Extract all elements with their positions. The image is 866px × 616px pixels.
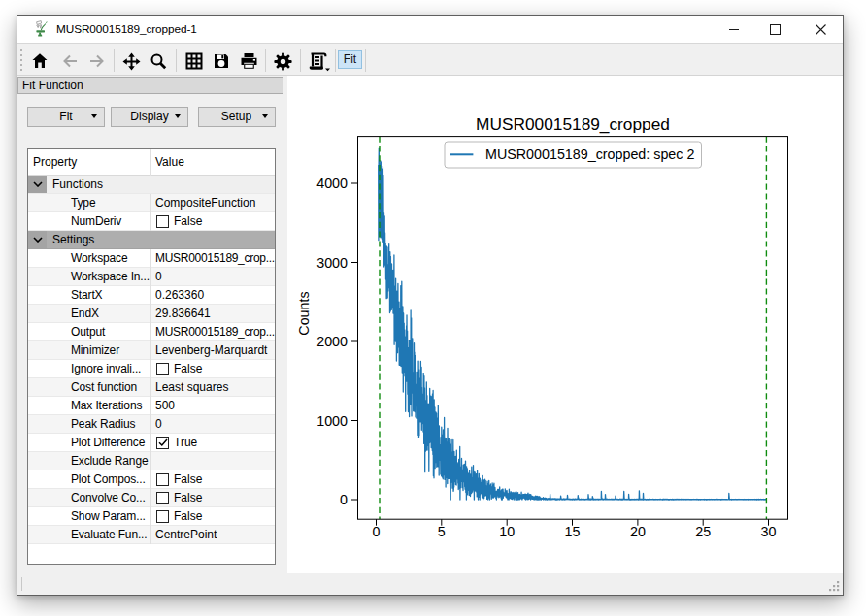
svg-text:2000: 2000 xyxy=(316,334,348,349)
svg-text:0: 0 xyxy=(373,524,381,539)
svg-text:3000: 3000 xyxy=(316,255,348,271)
svg-text:1000: 1000 xyxy=(316,413,348,429)
svg-text:30: 30 xyxy=(761,524,777,539)
svg-text:MUSR00015189_cropped: spec 2: MUSR00015189_cropped: spec 2 xyxy=(485,146,694,162)
svg-text:4000: 4000 xyxy=(316,176,348,191)
svg-text:0: 0 xyxy=(340,492,348,507)
svg-text:5: 5 xyxy=(438,524,446,539)
svg-text:MUSR00015189_cropped: MUSR00015189_cropped xyxy=(476,114,670,134)
svg-text:Counts: Counts xyxy=(296,291,312,335)
svg-text:20: 20 xyxy=(630,524,646,539)
svg-text:10: 10 xyxy=(499,524,515,539)
svg-text:25: 25 xyxy=(695,524,711,539)
svg-text:15: 15 xyxy=(565,524,581,539)
